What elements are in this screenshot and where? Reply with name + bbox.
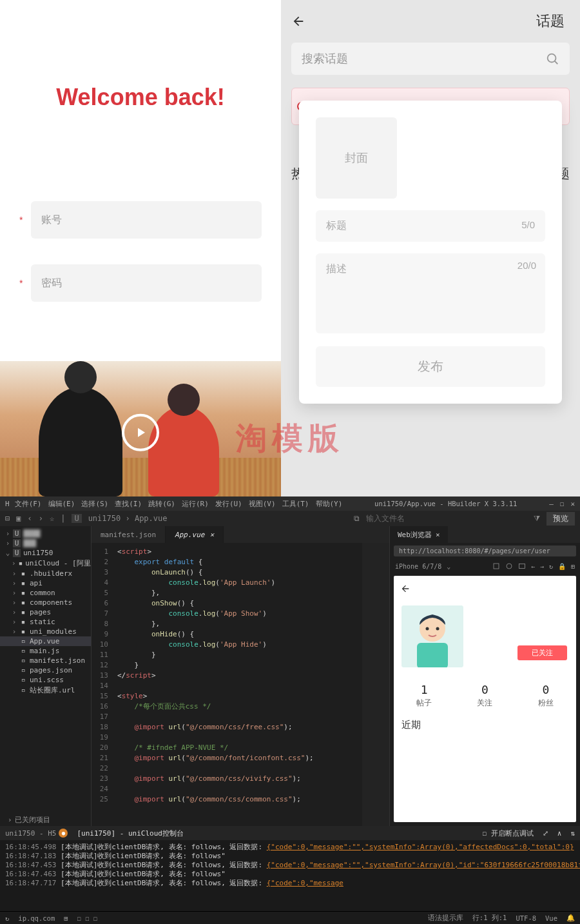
tree-item[interactable]: ›▪api (0, 578, 91, 588)
refresh-icon[interactable]: ↻ (549, 563, 553, 570)
status-bar: ↻ ip.qq.com ⊞ ☐ ☐ ☐ 语法提示库 行:1 列:1 UTF-8 … (0, 911, 580, 924)
editor-tab[interactable]: manifest.json (92, 526, 166, 543)
console-tab[interactable]: uni1750 - H5● (5, 829, 68, 838)
preview-back-icon[interactable] (400, 584, 411, 596)
sync-icon[interactable]: ↻ (5, 914, 9, 922)
search-input[interactable] (302, 52, 545, 66)
preview-button[interactable]: 预览 (546, 512, 575, 526)
filter-icon[interactable]: ⧩ (534, 514, 540, 523)
menu-item[interactable]: 视图(V) (249, 499, 276, 509)
tree-item[interactable]: ›▪.hbuilderx (0, 569, 91, 578)
tree-item[interactable]: ›▪static (0, 617, 91, 627)
publish-button[interactable]: 发布 (316, 346, 545, 387)
close-icon[interactable]: ✕ (570, 500, 575, 508)
nav-back-icon[interactable]: ‹ (27, 514, 32, 523)
tree-root[interactable]: ›U▓▓▓ (0, 538, 91, 548)
tree-item[interactable]: ▫pages.json (0, 665, 91, 675)
breakpoint-toggle[interactable]: ☐ 开启断点调试 (483, 829, 534, 838)
bell-icon[interactable]: 🔔 (566, 914, 575, 922)
minimize-icon[interactable]: — (549, 500, 554, 508)
tree-root[interactable]: ⌄Uuni1750 (0, 548, 91, 558)
status-encoding[interactable]: UTF-8 (516, 914, 536, 922)
file-search-icon[interactable]: ⧉ (354, 514, 360, 523)
status-syntax[interactable]: 语法提示库 (428, 914, 463, 923)
code-editor[interactable]: <script> export default { onLaunch() { c… (112, 543, 362, 826)
console-tab[interactable]: [uni1750] - uniCloud控制台 (77, 829, 183, 838)
minimap[interactable] (362, 543, 389, 826)
qr-icon[interactable]: ⊞ (571, 563, 575, 570)
console-output[interactable]: 16:18:45.498 [本地调试]收到clientDB请求, 表名: fol… (0, 840, 580, 911)
editor-tab[interactable]: App.vue× (166, 526, 224, 543)
svg-point-7 (426, 627, 429, 631)
menu-item[interactable]: 跳转(G) (148, 499, 175, 509)
tree-item[interactable]: ▫App.vue (0, 636, 91, 646)
close-icon[interactable]: × (209, 531, 214, 539)
login-screen: Welcome back! * * (0, 0, 281, 496)
device-selector[interactable]: iPhone 6/7/8 (395, 563, 441, 570)
menu-item[interactable]: 选择(S) (81, 499, 108, 509)
file-explorer: ›U▓▓▓▓ ›U▓▓▓ ⌄Uuni1750 ›▪uniCloud - [阿里云… (0, 526, 92, 826)
search-bar[interactable] (291, 43, 570, 75)
tree-root[interactable]: ›U▓▓▓▓ (0, 529, 91, 538)
terminal-icon[interactable]: ▣ (16, 514, 21, 523)
tree-item[interactable]: ›▪components (0, 598, 91, 607)
title-field[interactable]: 标题 5/0 (316, 210, 545, 242)
tree-item[interactable]: ▫main.js (0, 646, 91, 656)
nav-forward-icon[interactable]: › (39, 514, 43, 523)
file-search-placeholder[interactable]: 输入文件名 (366, 513, 405, 524)
tree-item[interactable]: ›▪pages (0, 607, 91, 617)
browser-tab[interactable]: Web浏览器× (390, 526, 448, 543)
lock-icon[interactable]: 🔒 (558, 563, 566, 570)
select-icon[interactable] (492, 562, 500, 570)
menu-item[interactable]: 帮助(Y) (316, 499, 343, 509)
nav-forward-icon[interactable]: → (540, 563, 544, 570)
welcome-title: Welcome back! (0, 84, 281, 111)
ide-toolbar: ⊟ ▣ ‹ › ☆ | U uni1750 › App.vue ⧉ 输入文件名 … (0, 511, 580, 526)
collapse-icon[interactable]: ⊟ (5, 514, 10, 523)
devtools-icon[interactable] (518, 562, 526, 570)
closed-projects[interactable]: ›已关闭项目 (5, 814, 53, 826)
svg-rect-9 (417, 643, 448, 667)
tree-item[interactable]: ›▪uni_modules (0, 627, 91, 636)
description-field[interactable]: 描述 20/0 (316, 253, 545, 333)
stat-item[interactable]: 1帖子 (416, 683, 432, 709)
grid-icon[interactable]: ⊞ (64, 914, 68, 922)
star-icon[interactable]: ☆ (50, 514, 54, 523)
play-icon[interactable] (122, 414, 159, 451)
menu-item[interactable]: 发行(U) (215, 499, 242, 509)
password-input[interactable] (31, 264, 262, 302)
ide-window: H 文件(F)编辑(E)选择(S)查找(I)跳转(G)运行(R)发行(U)视图(… (0, 496, 580, 924)
svg-point-8 (436, 627, 440, 631)
breadcrumb[interactable]: uni1750 › App.vue (88, 514, 168, 523)
status-language[interactable]: Vue (545, 914, 557, 922)
preview-panel: Web浏览器× http://localhost:8080/#/pages/us… (389, 526, 580, 826)
maximize-icon[interactable]: ☐ (560, 500, 565, 508)
url-bar[interactable]: http://localhost:8080/#/pages/user/user (394, 546, 576, 556)
menu-item[interactable]: 文件(F) (15, 499, 42, 509)
tree-item[interactable]: ▫uni.scss (0, 675, 91, 685)
nav-back-icon[interactable]: ← (531, 563, 535, 570)
back-arrow-icon[interactable] (291, 14, 307, 29)
follow-button[interactable]: 已关注 (517, 645, 567, 660)
cover-upload[interactable]: 封面 (316, 117, 397, 199)
tree-item[interactable]: ▫站长圈库.url (0, 685, 91, 696)
expand-icon[interactable]: ⤢ (543, 829, 548, 838)
tree-item[interactable]: ›▪common (0, 588, 91, 598)
menu-item[interactable]: 查找(I) (115, 499, 142, 509)
scroll-icon[interactable]: ⇅ (570, 829, 575, 838)
recent-heading: 近期 (401, 719, 421, 731)
preview-viewport[interactable]: 已关注 1帖子0关注0粉丝 近期 (394, 576, 576, 822)
username-input[interactable] (31, 201, 262, 239)
stat-item[interactable]: 0粉丝 (538, 683, 554, 709)
tree-item[interactable]: ›▪uniCloud - [阿里云:unif (0, 558, 91, 569)
menu-item[interactable]: 工具(T) (282, 499, 309, 509)
collapse-icon[interactable]: ∧ (557, 829, 562, 838)
menu-item[interactable]: 编辑(E) (48, 499, 75, 509)
stat-item[interactable]: 0关注 (477, 683, 492, 709)
tree-item[interactable]: ▫manifest.json (0, 656, 91, 665)
close-icon[interactable]: × (436, 531, 440, 539)
title-counter: 5/0 (521, 219, 535, 230)
settings-icon[interactable] (505, 562, 513, 570)
avatar (401, 605, 463, 667)
menu-item[interactable]: 运行(R) (182, 499, 209, 509)
